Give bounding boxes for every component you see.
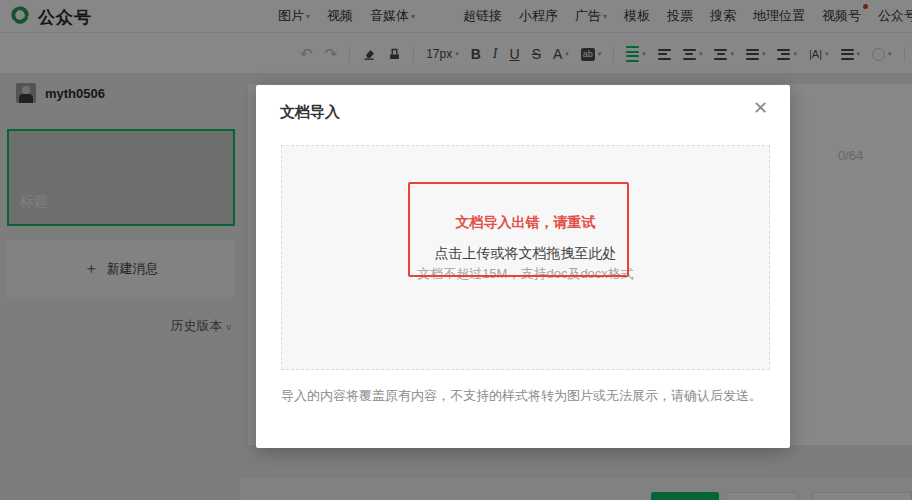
document-import-dialog: 文档导入 ✕ 文档导入出错，请重试 点击上传或将文档拖拽至此处 文档不超过15M… — [256, 85, 790, 448]
upload-dropzone[interactable]: 文档导入出错，请重试 点击上传或将文档拖拽至此处 文档不超过15M，支持doc及… — [281, 145, 770, 370]
close-icon[interactable]: ✕ — [753, 99, 768, 117]
upload-limit-text: 文档不超过15M，支持doc及docx格式 — [282, 265, 769, 283]
upload-hint-text: 点击上传或将文档拖拽至此处 — [282, 243, 769, 263]
import-error-text: 文档导入出错，请重试 — [282, 212, 769, 232]
dropzone-text: 文档导入出错，请重试 点击上传或将文档拖拽至此处 文档不超过15M，支持doc及… — [282, 212, 769, 283]
import-note-text: 导入的内容将覆盖原有内容，不支持的样式将转为图片或无法展示，请确认后发送。 — [281, 387, 762, 405]
dialog-title: 文档导入 — [280, 103, 340, 122]
app-screen: 公众号 图片▾ 视频 音媒体▾ 超链接 小程序 广告▾ 模板 投票 搜索 地理位… — [0, 0, 912, 500]
